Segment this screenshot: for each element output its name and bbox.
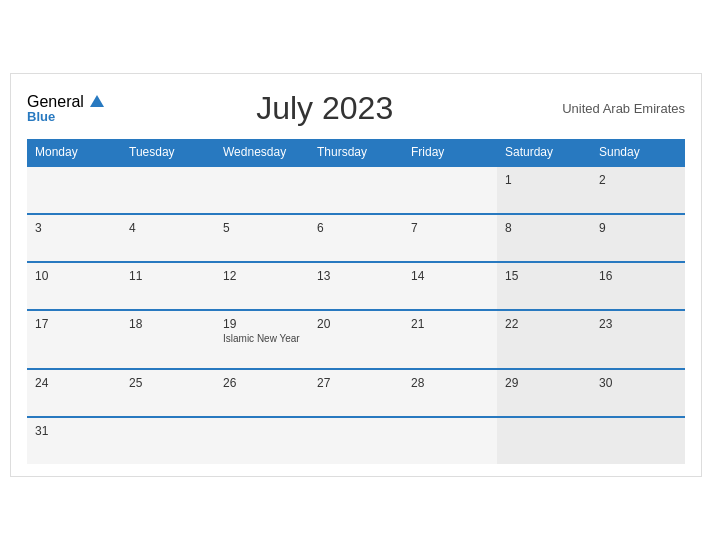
day-number: 8	[505, 221, 583, 235]
calendar-header-row: MondayTuesdayWednesdayThursdayFridaySatu…	[27, 139, 685, 166]
day-number: 11	[129, 269, 207, 283]
day-number: 27	[317, 376, 395, 390]
logo-general-label: General	[27, 93, 84, 110]
calendar-day-cell	[497, 417, 591, 464]
day-header-saturday: Saturday	[497, 139, 591, 166]
day-number: 16	[599, 269, 677, 283]
calendar-day-cell	[403, 166, 497, 214]
day-number: 29	[505, 376, 583, 390]
calendar-day-cell: 20	[309, 310, 403, 369]
calendar-day-cell: 14	[403, 262, 497, 310]
country-label: United Arab Emirates	[545, 101, 685, 116]
calendar-week-2: 3456789	[27, 214, 685, 262]
calendar-day-cell: 8	[497, 214, 591, 262]
calendar-day-cell	[215, 166, 309, 214]
calendar-day-cell: 25	[121, 369, 215, 417]
calendar-day-cell: 19Islamic New Year	[215, 310, 309, 369]
calendar-day-cell: 5	[215, 214, 309, 262]
calendar-day-cell: 4	[121, 214, 215, 262]
day-header-monday: Monday	[27, 139, 121, 166]
calendar-day-cell: 13	[309, 262, 403, 310]
day-number: 1	[505, 173, 583, 187]
day-number: 2	[599, 173, 677, 187]
calendar-day-cell: 29	[497, 369, 591, 417]
day-number: 15	[505, 269, 583, 283]
day-number: 10	[35, 269, 113, 283]
day-number: 19	[223, 317, 301, 331]
calendar-day-cell: 24	[27, 369, 121, 417]
calendar-day-cell: 6	[309, 214, 403, 262]
calendar-header: General Blue July 2023 United Arab Emira…	[27, 90, 685, 127]
calendar-week-5: 24252627282930	[27, 369, 685, 417]
calendar-day-cell: 15	[497, 262, 591, 310]
day-number: 26	[223, 376, 301, 390]
day-number: 6	[317, 221, 395, 235]
day-number: 13	[317, 269, 395, 283]
day-header-friday: Friday	[403, 139, 497, 166]
calendar-day-cell	[309, 417, 403, 464]
calendar-day-cell: 7	[403, 214, 497, 262]
calendar-body: 12345678910111213141516171819Islamic New…	[27, 166, 685, 464]
calendar-day-cell: 18	[121, 310, 215, 369]
day-header-tuesday: Tuesday	[121, 139, 215, 166]
calendar-title: July 2023	[104, 90, 545, 127]
calendar-week-3: 10111213141516	[27, 262, 685, 310]
day-number: 9	[599, 221, 677, 235]
day-number: 28	[411, 376, 489, 390]
day-number: 31	[35, 424, 113, 438]
calendar-day-cell	[121, 166, 215, 214]
day-header-sunday: Sunday	[591, 139, 685, 166]
calendar-day-cell	[121, 417, 215, 464]
day-number: 30	[599, 376, 677, 390]
logo: General Blue	[27, 93, 104, 125]
calendar-day-cell: 16	[591, 262, 685, 310]
calendar-day-cell: 1	[497, 166, 591, 214]
calendar-day-cell	[591, 417, 685, 464]
day-number: 7	[411, 221, 489, 235]
calendar-day-cell	[27, 166, 121, 214]
day-number: 14	[411, 269, 489, 283]
day-number: 5	[223, 221, 301, 235]
day-number: 4	[129, 221, 207, 235]
calendar-day-cell	[309, 166, 403, 214]
day-header-thursday: Thursday	[309, 139, 403, 166]
calendar-day-cell: 11	[121, 262, 215, 310]
day-number: 12	[223, 269, 301, 283]
calendar-day-cell: 30	[591, 369, 685, 417]
day-header-wednesday: Wednesday	[215, 139, 309, 166]
calendar-day-cell: 28	[403, 369, 497, 417]
calendar-day-cell: 2	[591, 166, 685, 214]
day-number: 23	[599, 317, 677, 331]
calendar-day-cell: 9	[591, 214, 685, 262]
day-number: 3	[35, 221, 113, 235]
calendar-container: General Blue July 2023 United Arab Emira…	[10, 73, 702, 477]
day-number: 21	[411, 317, 489, 331]
calendar-day-cell: 22	[497, 310, 591, 369]
calendar-day-cell: 26	[215, 369, 309, 417]
calendar-day-cell: 21	[403, 310, 497, 369]
logo-blue-label: Blue	[27, 110, 104, 124]
calendar-grid: MondayTuesdayWednesdayThursdayFridaySatu…	[27, 139, 685, 464]
day-number: 24	[35, 376, 113, 390]
logo-triangle-icon	[90, 95, 104, 107]
day-number: 18	[129, 317, 207, 331]
calendar-day-cell: 17	[27, 310, 121, 369]
calendar-day-cell: 31	[27, 417, 121, 464]
calendar-day-cell: 12	[215, 262, 309, 310]
calendar-day-cell: 23	[591, 310, 685, 369]
calendar-day-cell: 27	[309, 369, 403, 417]
calendar-day-cell: 3	[27, 214, 121, 262]
event-label: Islamic New Year	[223, 333, 301, 344]
logo-general-text: General	[27, 93, 104, 111]
calendar-week-6: 31	[27, 417, 685, 464]
day-number: 25	[129, 376, 207, 390]
calendar-week-4: 171819Islamic New Year20212223	[27, 310, 685, 369]
day-number: 17	[35, 317, 113, 331]
calendar-week-1: 12	[27, 166, 685, 214]
calendar-day-cell	[215, 417, 309, 464]
day-number: 22	[505, 317, 583, 331]
day-number: 20	[317, 317, 395, 331]
calendar-day-cell	[403, 417, 497, 464]
calendar-day-cell: 10	[27, 262, 121, 310]
